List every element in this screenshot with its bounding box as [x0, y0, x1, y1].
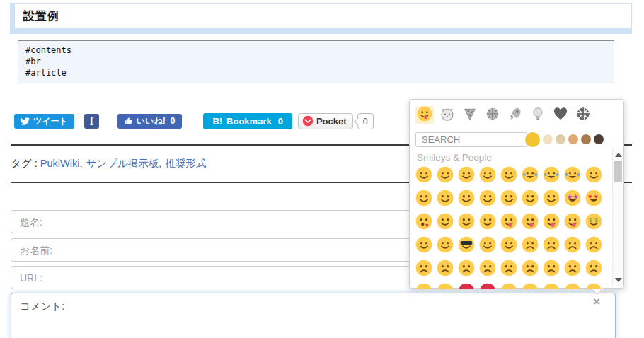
- emoji-cell[interactable]: [415, 283, 432, 289]
- emoji-cell[interactable]: [543, 213, 560, 230]
- emoji-category-tab[interactable]: [483, 106, 502, 124]
- pocket-button[interactable]: Pocket: [298, 113, 353, 129]
- tags-label: タグ :: [11, 158, 38, 169]
- emoji-category-tab[interactable]: [551, 106, 570, 124]
- svg-text:★: ★: [567, 193, 573, 200]
- emoji-cell[interactable]: [564, 166, 581, 183]
- like-button[interactable]: いいね! 0: [117, 114, 183, 129]
- emoji-cell[interactable]: $$: [585, 213, 602, 230]
- emoji-cell[interactable]: ♥♥: [585, 190, 602, 206]
- hatena-b-icon: B!: [212, 116, 222, 127]
- emoji-cell[interactable]: [437, 166, 454, 183]
- tag-separator: ,: [79, 158, 82, 169]
- emoji-cell[interactable]: [479, 283, 496, 289]
- emoji-cell[interactable]: [585, 283, 602, 289]
- emoji-cell[interactable]: [437, 260, 454, 276]
- emoji-cell[interactable]: [479, 213, 496, 230]
- emoji-cell[interactable]: [479, 166, 496, 183]
- emoji-grid-scrollbar[interactable]: [612, 148, 623, 287]
- emoji-cell[interactable]: [415, 260, 432, 276]
- emoji-cell[interactable]: [458, 166, 475, 183]
- emoji-cell[interactable]: [564, 283, 581, 289]
- emoji-cell[interactable]: [458, 236, 475, 253]
- scrollbar-thumb[interactable]: [614, 161, 622, 182]
- tweet-button[interactable]: ツイート: [14, 114, 74, 129]
- comment-textarea[interactable]: [11, 293, 616, 338]
- emoji-cell[interactable]: [585, 166, 602, 183]
- emoji-cell[interactable]: [500, 283, 517, 289]
- hamster-icon: [439, 106, 455, 124]
- emoji-cell[interactable]: [522, 166, 539, 183]
- emoji-cell[interactable]: [564, 236, 581, 253]
- emoji-cell[interactable]: [500, 213, 517, 230]
- emoji-cell[interactable]: [500, 190, 517, 206]
- like-count: 0: [171, 116, 176, 126]
- emoji-cell[interactable]: [543, 283, 560, 289]
- facebook-button[interactable]: f: [84, 114, 99, 129]
- emoji-cell[interactable]: [543, 236, 560, 253]
- facebook-f-icon: f: [90, 114, 93, 129]
- code-line: #br: [25, 56, 606, 67]
- emoji-search-input[interactable]: [415, 132, 527, 147]
- emoji-cell[interactable]: [522, 260, 539, 276]
- close-icon[interactable]: ×: [593, 296, 600, 308]
- tag-link[interactable]: PukiWiki: [40, 158, 80, 169]
- emoji-cell[interactable]: [437, 190, 454, 206]
- scrollbar-down-icon[interactable]: [615, 278, 622, 282]
- emoji-cell[interactable]: [479, 260, 496, 276]
- emoji-cell[interactable]: [585, 260, 602, 276]
- emoji-cell[interactable]: [543, 260, 560, 276]
- skin-tone-swatch[interactable]: [543, 134, 553, 144]
- svg-text:★: ★: [573, 193, 579, 200]
- emoji-cell[interactable]: [522, 283, 539, 289]
- code-line: #contents: [25, 45, 606, 56]
- emoji-cell[interactable]: [564, 260, 581, 276]
- emoji-cell[interactable]: [415, 236, 432, 253]
- emoji-cell[interactable]: [500, 260, 517, 276]
- emoji-cell[interactable]: [522, 236, 539, 253]
- share-buttons-row: ツイート f いいね! 0 B! Bookmark 0 Pocket 0: [14, 112, 374, 130]
- emoji-cell[interactable]: [437, 213, 454, 230]
- emoji-category-tab[interactable]: [415, 106, 434, 124]
- emoji-category-tab[interactable]: [461, 106, 479, 124]
- emoji-category-tab[interactable]: [574, 106, 592, 124]
- emoji-cell[interactable]: ★★: [564, 190, 581, 206]
- emoji-cell[interactable]: [585, 236, 602, 253]
- emoji-cell[interactable]: [415, 190, 432, 206]
- emoji-cell[interactable]: [458, 283, 475, 289]
- emoji-cell[interactable]: ♥: [415, 213, 432, 230]
- skin-tone-swatch[interactable]: [568, 134, 578, 144]
- tag-link[interactable]: 推奨形式: [165, 158, 206, 169]
- skin-tone-swatch[interactable]: [594, 134, 604, 144]
- emoji-category-tab[interactable]: [529, 106, 547, 124]
- emoji-cell[interactable]: [500, 236, 517, 253]
- scrollbar-up-icon[interactable]: [615, 153, 622, 157]
- face-savoring-food-icon: [417, 106, 432, 124]
- emoji-category-title: Smileys & People: [417, 152, 492, 163]
- basketball-icon: [485, 106, 500, 124]
- emoji-cell[interactable]: [479, 236, 496, 253]
- emoji-cell[interactable]: [458, 190, 475, 206]
- emoji-cell[interactable]: [479, 190, 496, 206]
- emoji-category-tab[interactable]: [506, 106, 524, 124]
- emoji-cell[interactable]: [522, 190, 539, 206]
- emoji-cell[interactable]: [458, 213, 475, 230]
- emoji-cell[interactable]: [564, 213, 581, 230]
- emoji-cell[interactable]: [437, 236, 454, 253]
- emoji-cell[interactable]: [522, 213, 539, 230]
- emoji-cell[interactable]: [437, 283, 454, 289]
- emoji-cell[interactable]: [543, 190, 560, 206]
- emoji-category-tab[interactable]: [438, 106, 456, 124]
- skin-tone-swatch[interactable]: [525, 132, 540, 147]
- hatena-count: 0: [278, 116, 283, 127]
- skin-tone-swatch[interactable]: [581, 134, 591, 144]
- emoji-cell[interactable]: [415, 166, 432, 183]
- emoji-cell[interactable]: [458, 260, 475, 276]
- emoji-cell[interactable]: [500, 166, 517, 183]
- emoji-cell[interactable]: [543, 166, 560, 183]
- tag-link[interactable]: サンプル掲示板: [86, 158, 159, 169]
- emoji-grid-row: [415, 236, 609, 253]
- twitter-bird-icon: [21, 117, 30, 126]
- hatena-bookmark-button[interactable]: B! Bookmark 0: [203, 113, 292, 129]
- skin-tone-swatch[interactable]: [556, 134, 565, 144]
